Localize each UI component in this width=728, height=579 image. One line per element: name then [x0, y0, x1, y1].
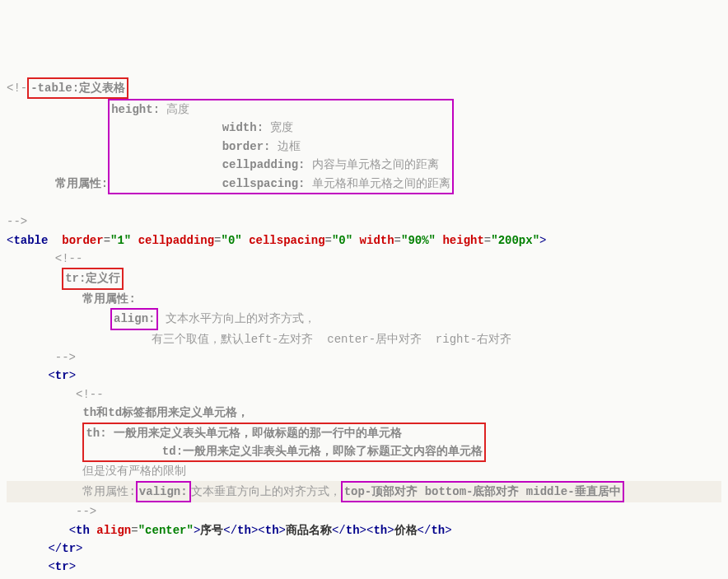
code-block: <!--table:定义表格 常用属性:height: 高度 width: 宽度… [7, 77, 721, 579]
tr-tag: tr [55, 369, 69, 382]
attr-label: 常用属性: [55, 177, 108, 190]
comment-open: <!- [7, 82, 27, 95]
no-limit: 但是没有严格的限制 [82, 465, 186, 478]
comment-open-2: <!-- [55, 252, 83, 265]
comment-close: --> [7, 215, 27, 228]
tr-attr-label: 常用属性: [82, 292, 135, 306]
align-desc: 文本水平方向上的对齐方式， [166, 312, 315, 325]
table-tag: table [13, 234, 48, 247]
table-def-box: -table:定义表格 [27, 77, 128, 99]
table-attrs-box: height: 高度 width: 宽度 border: 边框 cellpadd… [108, 99, 454, 194]
align-box: align: [110, 308, 158, 329]
th-td-desc: th和td标签都用来定义单元格， [82, 406, 249, 419]
th-td-box: th: 一般用来定义表头单元格，即做标题的那一行中的单元格 td:一般用来定义非… [82, 423, 486, 463]
valign-label: 常用属性: [82, 485, 135, 498]
valign-values-box: top-顶部对齐 bottom-底部对齐 middle-垂直居中 [341, 481, 624, 502]
tr-def-box: tr:定义行 [62, 268, 124, 289]
align-values: 有三个取值，默认left-左对齐 center-居中对齐 right-右对齐 [152, 333, 511, 346]
th-tag: th [76, 524, 90, 537]
valign-box: valign: [136, 481, 191, 502]
valign-desc: 文本垂直方向上的对齐方式， [191, 485, 341, 498]
cell-text: 序号 [200, 524, 223, 537]
